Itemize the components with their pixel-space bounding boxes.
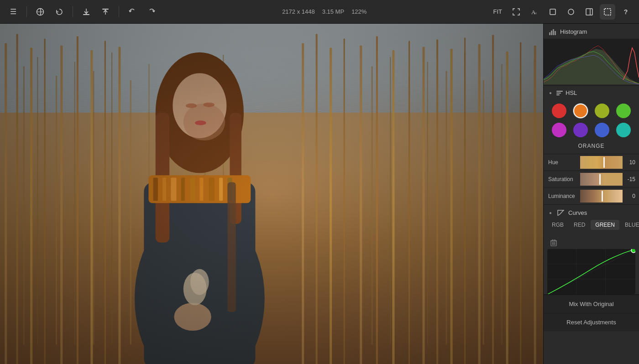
histogram-header: Histogram — [544, 24, 639, 39]
saturation-track[interactable] — [580, 173, 623, 186]
hue-slider-row: Hue 10 — [544, 154, 639, 171]
luminance-track-wrap[interactable] — [580, 190, 623, 203]
svg-rect-90 — [553, 29, 554, 35]
fit-button[interactable]: FIT — [490, 6, 506, 17]
fullscreen-button[interactable] — [508, 4, 524, 20]
luminance-label: Luminance — [544, 190, 580, 202]
hsl-icon — [556, 91, 563, 95]
divider-1 — [26, 6, 27, 17]
share-button[interactable] — [98, 4, 113, 20]
image-megapixels: 3.15 MP — [322, 8, 344, 15]
curve-tab-blue[interactable]: BLUE — [620, 220, 639, 230]
svg-marker-92 — [544, 49, 639, 84]
histogram-canvas — [544, 39, 639, 84]
svg-rect-88 — [549, 32, 550, 35]
curves-icon — [557, 210, 565, 216]
svg-rect-89 — [551, 31, 552, 35]
circle-tool-button[interactable] — [563, 4, 579, 20]
reset-adjustments-button[interactable]: Reset Adjustments — [544, 313, 639, 331]
color-magenta[interactable] — [552, 123, 566, 137]
hsl-collapse-icon: ● — [549, 90, 552, 95]
svg-rect-4 — [102, 9, 109, 10]
svg-rect-95 — [552, 239, 555, 241]
svg-rect-2 — [83, 14, 89, 15]
luminance-thumb[interactable] — [602, 191, 603, 202]
svg-rect-11 — [604, 9, 611, 15]
divider-3 — [119, 6, 119, 17]
hue-thumb[interactable] — [603, 157, 605, 168]
saturation-track-wrap[interactable] — [580, 173, 623, 186]
crop-tool-button[interactable] — [545, 4, 560, 20]
curves-header: ● Curves — [544, 205, 639, 220]
hue-label: Hue — [544, 156, 580, 168]
curve-svg — [547, 249, 635, 294]
text-tool-button[interactable]: A a — [527, 4, 542, 20]
help-button[interactable]: ? — [618, 4, 634, 20]
saturation-label: Saturation — [544, 173, 580, 185]
color-cyan[interactable] — [616, 123, 631, 137]
luminance-slider-row: Luminance 0 — [544, 187, 639, 204]
color-green[interactable] — [616, 104, 631, 118]
svg-rect-87 — [0, 24, 543, 364]
photo-canvas — [0, 24, 543, 364]
bottom-section: Mix With Original Reset Adjustments — [544, 294, 639, 331]
curves-section: ● Curves RGB RED GREEN BLUE — [544, 204, 639, 294]
hsl-header: ● HSL — [544, 86, 639, 100]
delete-curve-button[interactable] — [547, 236, 560, 249]
saturation-value: -15 — [623, 176, 639, 182]
selected-color-label: ORANGE — [544, 143, 639, 154]
hsl-title: HSL — [566, 89, 577, 96]
main-area: Histogram — [0, 24, 639, 364]
svg-point-8 — [568, 9, 574, 15]
mix-with-original-button[interactable]: Mix With Original — [544, 295, 639, 313]
divider-2 — [73, 6, 73, 17]
download-button[interactable] — [79, 4, 94, 20]
history-button[interactable] — [52, 4, 67, 20]
image-area — [0, 24, 543, 364]
svg-rect-9 — [586, 9, 592, 15]
undo-button[interactable] — [125, 4, 140, 20]
curve-editor[interactable] — [547, 249, 635, 294]
color-blue[interactable] — [595, 123, 609, 137]
curve-toolbar — [544, 234, 639, 249]
histogram-title: Histogram — [560, 28, 587, 35]
svg-rect-91 — [555, 31, 556, 35]
image-zoom: 122% — [351, 8, 367, 15]
histogram-svg — [544, 39, 639, 84]
curve-tab-rgb[interactable]: RGB — [547, 220, 568, 230]
hue-track[interactable] — [580, 156, 623, 169]
luminance-value: 0 — [623, 193, 639, 199]
luminance-track[interactable] — [580, 190, 623, 203]
toolbar-right: FIT A a — [490, 4, 634, 20]
curve-tab-green[interactable]: GREEN — [591, 220, 619, 230]
menu-button[interactable]: ☰ — [5, 4, 21, 20]
color-grid — [544, 100, 639, 143]
saturation-thumb[interactable] — [599, 174, 601, 185]
svg-point-104 — [631, 249, 635, 253]
toolbar-center: 2172 x 1448 3.15 MP 122% — [159, 8, 490, 15]
curve-tabs: RGB RED GREEN BLUE — [544, 220, 639, 234]
redo-button[interactable] — [144, 4, 159, 20]
color-red[interactable] — [552, 104, 566, 118]
select-tool-button[interactable] — [600, 4, 615, 20]
curves-collapse-icon: ● — [549, 210, 552, 215]
compare-button[interactable] — [32, 4, 48, 20]
saturation-slider-row: Saturation -15 — [544, 171, 639, 187]
panel-button[interactable] — [581, 4, 597, 20]
hue-value: 10 — [623, 159, 639, 166]
curves-title: Curves — [568, 209, 587, 216]
photo-svg — [0, 24, 543, 364]
color-purple[interactable] — [573, 123, 588, 137]
hue-track-wrap[interactable] — [580, 156, 623, 169]
hsl-section: ● HSL ORANGE Hue — [544, 85, 639, 204]
svg-text:a: a — [535, 10, 537, 15]
image-dimensions: 2172 x 1448 — [282, 8, 315, 15]
color-yellow-green[interactable] — [595, 104, 609, 118]
right-panel: Histogram — [543, 24, 639, 364]
curve-tab-red[interactable]: RED — [569, 220, 590, 230]
color-orange[interactable] — [573, 104, 588, 118]
toolbar: ☰ — [0, 0, 639, 24]
svg-rect-7 — [550, 9, 555, 15]
toolbar-left: ☰ — [5, 4, 159, 20]
histogram-icon — [549, 29, 556, 35]
